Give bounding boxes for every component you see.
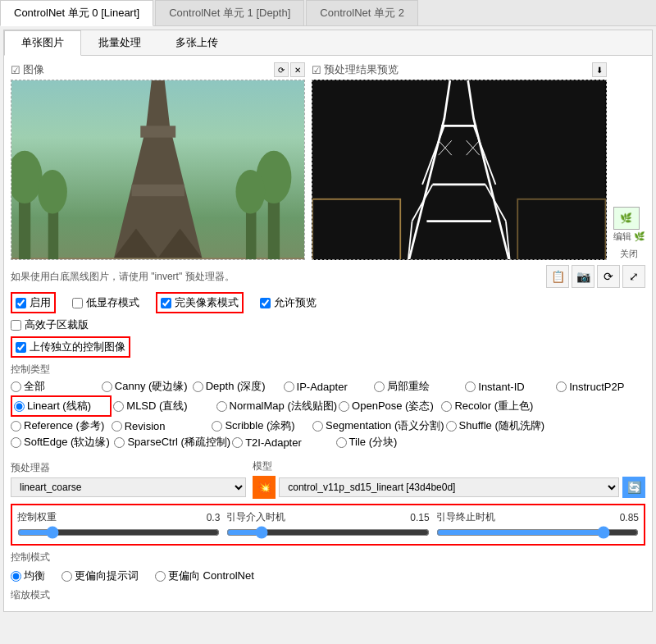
image-reset-btn[interactable]: ⟳ [274,62,289,77]
radio-reference[interactable]: Reference (参考) [11,418,110,433]
radio-canny[interactable]: Canny (硬边缘) [102,379,191,394]
refresh-icon-btn[interactable]: ⟳ [597,265,620,288]
enable-label: 启用 [30,295,51,310]
processor-select[interactable]: lineart_coarse lineart_realistic lineart… [11,477,246,497]
radio-recolor[interactable]: Recolor (重上色) [441,395,542,417]
radio-sparsectrl[interactable]: SparseCtrl (稀疏控制) [114,435,230,450]
tab-controlnet-0[interactable]: ControlNet 单元 0 [Lineart] [0,0,153,26]
radio-t2i-adapter[interactable]: T2I-Adapter [232,435,334,450]
close-label: 关闭 [620,248,638,260]
close-label-area: 关闭 [620,248,638,260]
mode-prompt-input[interactable] [61,571,72,582]
radio-instant-id[interactable]: Instant-ID [465,379,554,394]
mode-controlnet[interactable]: 更偏向 ControlNet [155,569,254,583]
radio-reference-input[interactable] [11,421,21,432]
radio-canny-input[interactable] [102,381,112,392]
radio-depth-input[interactable] [193,381,203,392]
perfect-pixel-checkbox[interactable]: 完美像素模式 [156,292,244,313]
upload-independent-input[interactable] [16,342,26,353]
preview-download-btn[interactable]: ⬇ [592,62,607,77]
preview-label-text: 预处理结果预览 [324,62,399,77]
image-upload-area[interactable]: 水印 [11,80,305,260]
guidance-end-label: 引导终止时机 [436,510,495,524]
radio-depth[interactable]: Depth (深度) [193,379,282,394]
enable-input[interactable] [16,298,26,308]
radio-scribble[interactable]: Scribble (涂鸦) [212,418,311,433]
radio-lineart-input[interactable] [14,401,25,412]
radio-normalmap[interactable]: NormalMap (法线贴图) [216,395,337,417]
radio-tile-input[interactable] [336,437,347,448]
mode-prompt[interactable]: 更偏向提示词 [61,569,139,583]
radio-instant-id-input[interactable] [465,381,476,392]
radio-ip-adapter[interactable]: IP-Adapter [284,379,373,394]
allow-preview-checkbox[interactable]: 允许预览 [260,295,317,310]
resize-mode-label: 缩放模式 [11,588,645,602]
radio-segmentation-input[interactable] [312,421,323,432]
mode-balanced[interactable]: 均衡 [11,569,45,583]
control-weight-slider[interactable] [17,526,220,539]
allow-preview-input[interactable] [260,298,271,308]
fire-button[interactable]: 💥 [253,476,276,499]
radio-instant-id-label: Instant-ID [478,381,524,393]
tab-multi[interactable]: 多张上传 [158,30,235,55]
model-select[interactable]: control_v11p_sd15_lineart [43d4be0d] [279,477,619,497]
edit-button[interactable]: 🌿 [613,207,640,230]
radio-recolor-input[interactable] [441,401,452,412]
radio-tile[interactable]: Tile (分块) [336,435,438,450]
radio-scribble-input[interactable] [212,421,222,432]
guidance-start-value: 0.15 [410,512,429,523]
radio-lineart[interactable]: Lineart (线稿) [11,395,112,417]
radio-mlsd-label: MLSD (直线) [126,399,187,413]
checkbox-row-1: 启用 低显存模式 完美像素模式 允许预览 [11,292,645,313]
radio-revision[interactable]: Revision [112,418,211,433]
radio-normalmap-input[interactable] [216,401,227,412]
low-mem-checkbox[interactable]: 低显存模式 [72,295,139,310]
radio-shuffle[interactable]: Shuffle (随机洗牌) [446,418,545,433]
radio-instruct-p2p[interactable]: InstructP2P [556,379,645,394]
high-eff-checkbox[interactable]: 高效子区裁版 [11,317,89,332]
radio-ip-adapter-input[interactable] [284,381,294,392]
image-buttons: ⟳ ✕ [274,62,305,77]
radio-softedge-input[interactable] [11,437,21,448]
radio-all[interactable]: 全部 [11,379,100,394]
tab-single[interactable]: 单张图片 [4,30,81,56]
guidance-start-slider[interactable] [226,526,429,539]
preview-checkbox-icon: ☑ [312,64,321,76]
model-label: 模型 [253,459,645,473]
radio-revision-input[interactable] [112,421,122,432]
radio-sparsectrl-input[interactable] [114,437,125,448]
control-type-row2: Lineart (线稿) MLSD (直线) NormalMap (法线贴图) … [11,395,645,417]
radio-shuffle-input[interactable] [446,421,457,432]
checkbox-row-2: 高效子区裁版 [11,317,645,332]
svg-rect-17 [312,80,605,259]
upload-independent-checkbox[interactable]: 上传独立的控制图像 [11,336,130,358]
radio-softedge[interactable]: SoftEdge (软边缘) [11,435,112,450]
copy-icon-btn[interactable]: 📋 [546,265,569,288]
radio-local-paint[interactable]: 局部重绘 [374,379,463,394]
image-checkbox-icon: ☑ [11,64,20,76]
radio-segmentation[interactable]: Segmentation (语义分割) [312,418,444,433]
perfect-pixel-input[interactable] [161,298,171,308]
radio-instruct-p2p-input[interactable] [556,381,567,392]
guidance-end-slider[interactable] [436,526,639,539]
radio-openpose-input[interactable] [339,401,349,412]
image-close-btn[interactable]: ✕ [290,62,305,77]
tab-batch[interactable]: 批量处理 [81,30,158,55]
radio-local-paint-input[interactable] [374,381,385,392]
enable-checkbox[interactable]: 启用 [11,292,56,313]
radio-t2i-adapter-input[interactable] [232,437,243,448]
tab-controlnet-1[interactable]: ControlNet 单元 1 [Depth] [155,0,304,25]
low-mem-input[interactable] [72,298,83,308]
expand-icon-btn[interactable]: ⤢ [622,265,645,288]
radio-mlsd-input[interactable] [113,401,124,412]
mode-controlnet-input[interactable] [155,571,166,582]
radio-openpose[interactable]: OpenPose (姿态) [339,395,440,417]
tab-controlnet-2[interactable]: ControlNet 单元 2 [306,0,418,25]
radio-all-input[interactable] [11,381,21,392]
model-refresh-btn[interactable]: 🔄 [622,477,645,498]
mode-balanced-input[interactable] [11,571,21,582]
high-eff-input[interactable] [11,320,21,331]
radio-normalmap-label: NormalMap (法线贴图) [230,399,337,413]
radio-mlsd[interactable]: MLSD (直线) [113,395,214,417]
camera-icon-btn[interactable]: 📷 [572,265,594,288]
